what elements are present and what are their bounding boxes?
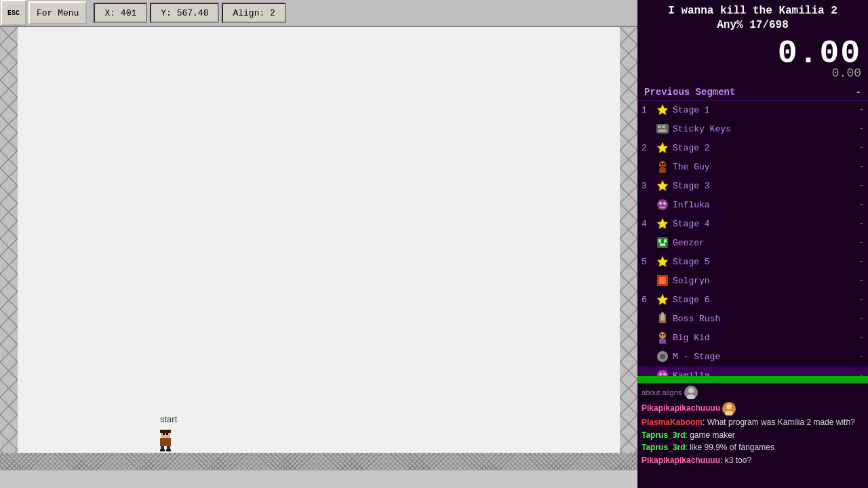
game-title: I wanna kill the Kamilia 2 Any% 17/698 [644,4,861,33]
split-row: Solgryn - [637,272,868,291]
svg-point-61 [663,373,666,375]
chat-message-1: Pikapikapikachuuuu [642,402,864,415]
influka-icon [655,197,670,212]
split-row: Influka - [637,196,868,215]
svg-marker-31 [657,142,668,153]
geezer-icon [655,235,670,250]
align-value: Align: 2 [222,3,285,23]
y-coordinate: Y: 567.40 [150,3,219,23]
svg-point-35 [663,163,665,165]
prev-segment-header: Previous Segment - [637,84,868,101]
svg-point-68 [726,404,732,409]
start-label: start [160,414,177,424]
svg-rect-44 [664,239,667,243]
svg-marker-41 [657,218,668,229]
split-row: Sticky Keys - [637,120,868,139]
chat-avatar-icon [684,386,698,399]
split-row: The Guy - [637,158,868,177]
toolbar: ESC For Menu X: 401 Y: 567.40 Align: 2 [0,0,637,27]
game-area: ESC For Menu X: 401 Y: 567.40 Align: 2 [0,0,637,488]
svg-rect-48 [659,277,666,284]
svg-rect-36 [660,166,665,167]
chat-message-5: Pikapikapikachuuuu: k3 too? [642,455,864,466]
svg-rect-43 [658,239,661,243]
svg-rect-20 [160,449,165,451]
svg-marker-26 [657,104,668,115]
svg-point-65 [688,388,694,393]
chat-section: about aligns Pikapikapikachuuuu PlasmaKa… [637,383,868,488]
left-border [0,27,18,453]
chat-user-avatar [722,402,736,415]
svg-rect-14 [160,430,171,433]
svg-point-55 [660,334,662,336]
split-row: Geezer - [637,234,868,253]
progress-bar [637,376,868,383]
chat-message-3: Taprus_3rd: game maker [642,430,864,441]
player-character [158,430,174,451]
svg-marker-49 [657,294,668,305]
menu-button[interactable]: For Menu [28,1,87,24]
chat-message-2: PlasmaKaboom: What program was Kamilia 2… [642,418,864,428]
bottom-border [0,453,637,470]
sticky-keys-icon [655,121,670,136]
svg-marker-46 [657,256,668,267]
svg-rect-54 [659,339,666,344]
right-border [620,27,637,453]
stage-icon [655,254,670,269]
split-row: 4 Stage 4 - [637,215,868,234]
svg-marker-37 [657,180,668,191]
split-row: 3 Stage 3 - [637,177,868,196]
split-row: M - Stage - [637,348,868,367]
svg-rect-16 [166,433,168,435]
coordinates: X: 401 Y: 567.40 Align: 2 [94,3,288,23]
svg-rect-51 [660,315,665,321]
split-row-kamilia: Kamilia - [637,367,868,376]
right-panel: I wanna kill the Kamilia 2 Any% 17/698 0… [637,0,868,488]
splits-list: 1 Stage 1 - Sticky Keys - 2 [637,101,868,376]
stage-icon [655,102,670,117]
stage-icon [655,178,670,193]
svg-rect-33 [659,168,666,173]
svg-rect-29 [662,125,665,128]
split-row: Boss Rush - [637,310,868,329]
svg-rect-21 [166,449,171,451]
svg-point-38 [657,199,668,210]
x-coordinate: X: 401 [94,3,147,23]
split-row: 6 Stage 6 - [637,291,868,310]
split-row: Big Kid - [637,329,868,348]
kamilia-icon [655,368,670,376]
boss-rush-icon [655,311,670,326]
svg-rect-15 [163,433,165,435]
m-stage-icon [655,349,670,364]
svg-point-58 [660,354,665,359]
svg-rect-8 [0,27,18,453]
chat-message-4: Taprus_3rd: like 99.9% of fangames [642,443,864,453]
svg-rect-17 [160,438,171,446]
split-row: 5 Stage 5 - [637,253,868,272]
split-row: 2 Stage 2 - [637,139,868,158]
solgryn-icon [655,273,670,288]
svg-rect-28 [658,125,661,128]
the-guy-icon [655,159,670,174]
esc-button[interactable]: ESC [1,0,26,26]
stage-icon [655,216,670,231]
svg-rect-30 [658,129,667,132]
stage-icon [655,140,670,155]
svg-rect-12 [620,27,637,453]
split-row: 1 Stage 1 - [637,101,868,120]
timer-section: I wanna kill the Kamilia 2 Any% 17/698 0… [637,0,868,84]
svg-point-56 [663,334,665,336]
svg-point-34 [660,163,663,165]
svg-point-59 [657,370,668,376]
svg-point-53 [659,332,666,339]
play-area: start [18,27,620,453]
stage-icon [655,292,670,307]
svg-rect-52 [661,312,664,315]
big-kid-icon [655,330,670,345]
svg-point-60 [659,373,662,375]
svg-point-40 [663,202,666,205]
chat-topic: about aligns [642,386,864,399]
svg-point-39 [659,202,662,205]
svg-rect-45 [660,243,665,246]
